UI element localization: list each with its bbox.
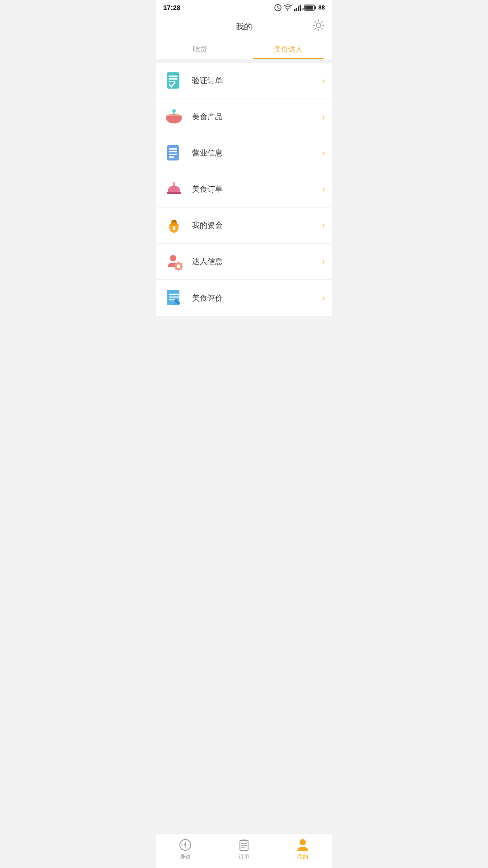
bottom-nav: 身边 订单 我的 (156, 834, 332, 868)
svg-rect-18 (166, 116, 182, 119)
settings-icon[interactable] (312, 19, 325, 34)
compass-icon (179, 839, 192, 851)
my-funds-label: 我的资金 (192, 220, 322, 231)
page-title: 我的 (236, 21, 252, 32)
person-icon (296, 839, 309, 851)
tab-chihuo[interactable]: 吃货 (156, 38, 244, 59)
svg-point-52 (300, 839, 306, 845)
svg-rect-48 (242, 840, 246, 841)
food-order-icon (163, 179, 185, 200)
svg-point-20 (172, 109, 176, 112)
food-product-arrow: › (322, 112, 325, 122)
svg-rect-10 (305, 5, 313, 9)
nav-item-mine[interactable]: 我的 (273, 839, 332, 861)
menu-item-food-product[interactable]: 美食产品 › (156, 99, 332, 135)
svg-point-28 (173, 182, 175, 185)
menu-item-business-info[interactable]: 营业信息 › (156, 135, 332, 171)
svg-rect-5 (298, 6, 299, 11)
verify-order-arrow: › (322, 76, 325, 85)
nav-mine-label: 我的 (297, 853, 308, 861)
signal-icon: 4G (294, 5, 302, 11)
svg-text:¥: ¥ (172, 225, 176, 231)
food-product-icon (163, 106, 185, 128)
svg-rect-9 (314, 6, 316, 9)
nav-item-orders[interactable]: 订单 (215, 839, 273, 861)
business-info-label: 营业信息 (192, 148, 322, 158)
clock-icon (274, 4, 282, 11)
menu-list: 验证订单 › 美食产品 › 营业信息 › (156, 63, 332, 316)
svg-rect-4 (296, 8, 297, 11)
nav-item-nearby[interactable]: 身边 (156, 839, 215, 861)
food-review-label: 美食评价 (192, 293, 322, 303)
tab-bar: 吃货 美食达人 (156, 38, 332, 59)
menu-item-food-order[interactable]: 美食订单 › (156, 171, 332, 208)
food-product-label: 美食产品 (192, 112, 322, 122)
wifi-icon (284, 5, 292, 11)
battery-icon (305, 5, 316, 11)
nav-orders-label: 订单 (239, 853, 249, 861)
menu-item-talent-info[interactable]: 达人信息 › (156, 244, 332, 280)
nav-nearby-label: 身边 (180, 853, 191, 861)
my-funds-arrow: › (322, 221, 325, 230)
talent-info-label: 达人信息 (192, 256, 322, 267)
food-order-arrow: › (322, 184, 325, 194)
svg-text:4G: 4G (301, 8, 305, 10)
svg-rect-15 (169, 81, 175, 82)
svg-rect-14 (169, 78, 178, 80)
svg-rect-3 (294, 9, 296, 11)
talent-info-icon (163, 251, 185, 273)
orders-clipboard-icon (238, 839, 250, 851)
menu-item-food-review[interactable]: 美食评价 › (156, 280, 332, 316)
menu-item-my-funds[interactable]: ¥ 我的资金 › (156, 208, 332, 244)
svg-point-34 (177, 264, 180, 268)
svg-rect-12 (167, 72, 179, 89)
svg-rect-30 (172, 220, 176, 222)
talent-info-arrow: › (322, 257, 325, 266)
page-header: 我的 (156, 15, 332, 38)
food-review-arrow: › (322, 293, 325, 303)
battery-text: 88 (319, 4, 325, 11)
svg-rect-6 (300, 5, 301, 11)
svg-rect-22 (169, 148, 177, 150)
svg-rect-13 (169, 75, 178, 77)
food-review-icon (163, 287, 185, 309)
svg-rect-24 (169, 154, 177, 155)
svg-rect-25 (169, 156, 174, 158)
menu-item-verify-order[interactable]: 验证订单 › (156, 63, 332, 99)
svg-rect-21 (167, 145, 179, 160)
svg-rect-26 (167, 192, 181, 194)
status-bar: 17:28 4G 88 (156, 0, 332, 15)
food-order-label: 美食订单 (192, 184, 322, 194)
my-funds-icon: ¥ (163, 215, 185, 236)
tab-meishidaren[interactable]: 美食达人 (244, 38, 332, 59)
business-info-icon (163, 142, 185, 164)
business-info-arrow: › (322, 148, 325, 158)
status-time: 17:28 (163, 4, 180, 11)
status-icons: 4G 88 (274, 4, 325, 11)
verify-order-label: 验证订单 (192, 75, 322, 86)
svg-rect-23 (169, 151, 177, 152)
svg-line-2 (278, 8, 279, 9)
verify-order-icon (163, 70, 185, 92)
svg-point-32 (170, 255, 176, 261)
svg-point-11 (316, 23, 321, 28)
